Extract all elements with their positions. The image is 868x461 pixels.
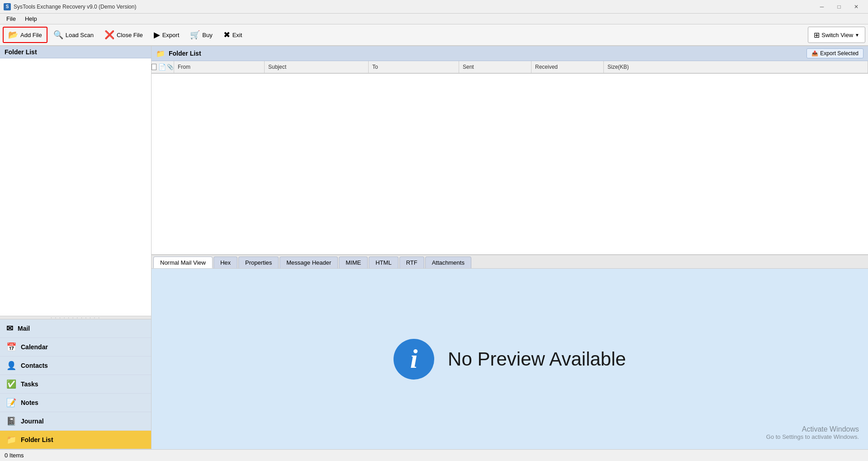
tab-message-header[interactable]: Message Header (280, 257, 338, 268)
th-to[interactable]: To (369, 61, 459, 73)
sidebar-nav: ✉ Mail 📅 Calendar 👤 Contacts ✅ Tasks 📝 N… (0, 319, 151, 449)
sidebar-nav-contacts-label: Contacts (21, 362, 48, 369)
sidebar-nav-tasks-label: Tasks (21, 380, 38, 388)
header-checkbox[interactable] (152, 64, 157, 70)
sidebar-nav-notes-label: Notes (21, 399, 38, 406)
email-list-area[interactable] (152, 74, 868, 254)
export-selected-button[interactable]: 📤 Export Selected (806, 48, 863, 58)
menu-bar: File Help (0, 14, 868, 24)
tab-hex[interactable]: Hex (213, 257, 237, 268)
title-text: SysTools Exchange Recovery v9.0 (Demo Ve… (14, 4, 814, 10)
sidebar-nav-calendar-label: Calendar (21, 343, 48, 351)
tab-attachments[interactable]: Attachments (425, 257, 471, 268)
buy-icon: 🛒 (190, 30, 200, 40)
journal-icon: 📓 (6, 416, 16, 426)
buy-button[interactable]: 🛒 Buy (185, 27, 217, 43)
th-from[interactable]: From (174, 61, 265, 73)
exit-button[interactable]: ✖ Exit (218, 27, 247, 43)
close-file-button[interactable]: ❌ Close File (100, 27, 148, 43)
tab-mime[interactable]: MIME (339, 257, 368, 268)
sidebar: Folder List · · · · · · · · · · · · ✉ Ma… (0, 46, 152, 449)
close-file-icon: ❌ (104, 30, 114, 40)
content-folder-list-label: Folder List (169, 50, 201, 57)
load-scan-button[interactable]: 🔍 Load Scan (48, 27, 99, 43)
maximize-button[interactable]: □ (831, 2, 847, 11)
export-icon: ▶ (154, 30, 160, 40)
app-icon: S (4, 3, 11, 10)
th-size[interactable]: Size(KB) (604, 61, 868, 73)
add-file-button[interactable]: 📂 Add File (3, 27, 47, 43)
contacts-icon: 👤 (6, 361, 16, 371)
switch-view-button[interactable]: ⊞ Switch View ▼ (808, 27, 865, 43)
th-sent[interactable]: Sent (459, 61, 531, 73)
mail-icon: ✉ (6, 323, 13, 333)
tab-html[interactable]: HTML (369, 257, 398, 268)
th-subject[interactable]: Subject (265, 61, 369, 73)
menu-help[interactable]: Help (20, 14, 42, 23)
tasks-icon: ✅ (6, 379, 16, 389)
no-preview-text: No Preview Available (448, 348, 626, 370)
switch-view-dropdown-icon: ▼ (855, 33, 859, 38)
toolbar: 📂 Add File 🔍 Load Scan ❌ Close File ▶ Ex… (0, 24, 868, 46)
status-item-count: 0 Items (5, 452, 24, 459)
preview-tabs: Normal Mail View Hex Properties Message … (152, 254, 868, 269)
main-layout: Folder List · · · · · · · · · · · · ✉ Ma… (0, 46, 868, 449)
notes-icon: 📝 (6, 398, 16, 408)
window-controls: ─ □ ✕ (814, 2, 864, 11)
content-header: 📁 Folder List 📤 Export Selected (152, 46, 868, 61)
folder-list-header-icon: 📁 (156, 49, 165, 58)
folder-tree-area[interactable] (0, 58, 151, 316)
th-checkbox[interactable]: 📄 📎 (152, 61, 174, 73)
sidebar-nav-folder-list-label: Folder List (21, 436, 53, 443)
th-received[interactable]: Received (531, 61, 604, 73)
status-bar: 0 Items (0, 449, 868, 461)
export-button[interactable]: ▶ Export (149, 27, 185, 43)
tab-properties[interactable]: Properties (238, 257, 279, 268)
activate-windows-line1: Activate Windows (766, 425, 859, 433)
sidebar-item-folder-list[interactable]: 📁 Folder List (0, 431, 151, 449)
info-icon: i (410, 343, 418, 375)
sidebar-header: Folder List (0, 46, 151, 58)
minimize-button[interactable]: ─ (814, 2, 830, 11)
preview-area: i No Preview Available Activate Windows … (152, 269, 868, 449)
folder-col-icon: 📄 (158, 63, 166, 71)
sidebar-resize-handle[interactable]: · · · · · · · · · · · · (0, 316, 151, 319)
sidebar-nav-mail-label: Mail (18, 325, 30, 332)
export-selected-icon: 📤 (811, 50, 818, 57)
sidebar-header-label: Folder List (5, 48, 37, 56)
exit-icon: ✖ (223, 30, 230, 40)
tab-normal-mail-view[interactable]: Normal Mail View (153, 257, 213, 268)
sidebar-item-tasks[interactable]: ✅ Tasks (0, 375, 151, 394)
load-scan-icon: 🔍 (53, 30, 63, 40)
no-preview-content: i No Preview Available (394, 339, 626, 380)
sidebar-item-calendar[interactable]: 📅 Calendar (0, 338, 151, 356)
sidebar-nav-journal-label: Journal (21, 418, 44, 425)
table-header: 📄 📎 From Subject To Sent Received Size(K… (152, 61, 868, 74)
activate-windows-notice: Activate Windows Go to Settings to activ… (766, 425, 859, 440)
tab-rtf[interactable]: RTF (399, 257, 424, 268)
sidebar-item-notes[interactable]: 📝 Notes (0, 394, 151, 412)
add-file-icon: 📂 (8, 30, 18, 40)
calendar-icon: 📅 (6, 342, 16, 352)
sidebar-item-journal[interactable]: 📓 Journal (0, 412, 151, 431)
activate-windows-line2: Go to Settings to activate Windows. (766, 433, 859, 440)
close-button[interactable]: ✕ (848, 2, 864, 11)
menu-file[interactable]: File (2, 14, 20, 23)
attachment-col-icon: 📎 (167, 64, 174, 70)
sidebar-item-contacts[interactable]: 👤 Contacts (0, 356, 151, 375)
sidebar-item-mail[interactable]: ✉ Mail (0, 319, 151, 338)
content-area: 📁 Folder List 📤 Export Selected 📄 📎 From… (152, 46, 868, 449)
folder-list-icon: 📁 (6, 435, 16, 445)
title-bar: S SysTools Exchange Recovery v9.0 (Demo … (0, 0, 868, 14)
switch-view-icon: ⊞ (814, 31, 820, 39)
info-icon-circle: i (394, 339, 434, 380)
